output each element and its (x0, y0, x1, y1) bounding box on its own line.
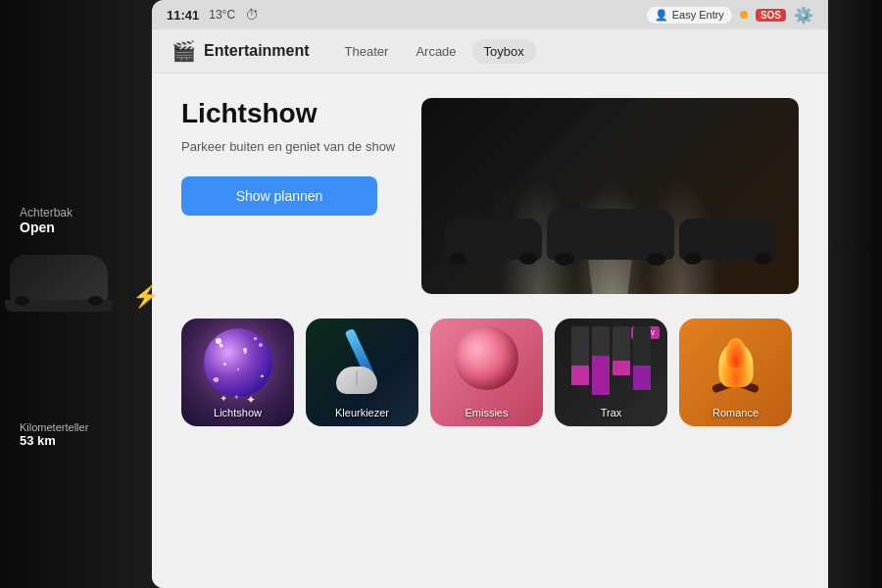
app-lichtshow[interactable]: ✦ ✦ ✦ Lichtshow (181, 318, 294, 426)
sparkles: ✦ ✦ ✦ (181, 393, 294, 407)
odometer-info: Kilometerteller 53 km (20, 421, 88, 448)
app-emissies[interactable]: Emissies (430, 318, 543, 426)
tab-theater[interactable]: Theater (333, 39, 401, 64)
app-trax[interactable]: NEW Trax (555, 318, 667, 426)
right-panel (828, 0, 882, 588)
nav-title: Entertainment (204, 42, 310, 60)
lightning-icon: ⚡ (132, 284, 159, 310)
trax-bar-3 (612, 326, 630, 375)
trax-bar-1 (571, 326, 589, 385)
app-kleurkiezer-label: Kleurkiezer (306, 407, 418, 418)
settings-icon: ⚙️ (794, 6, 813, 24)
trax-visual (555, 318, 667, 397)
status-dot-orange (740, 11, 748, 19)
odometer-label: Kilometerteller (20, 421, 88, 433)
odometer-value: 53 km (20, 433, 88, 448)
emissies-visual (430, 318, 543, 397)
sos-badge: SOS (756, 9, 786, 22)
trunk-info: Achterbak Open (20, 206, 73, 235)
status-bar: 11:41 13°C ⏱ 👤 Easy Entry SOS ⚙️ (152, 0, 828, 29)
easy-entry-badge: 👤 Easy Entry (647, 7, 732, 24)
status-time: 11:41 (167, 8, 199, 23)
main-panel: 11:41 13°C ⏱ 👤 Easy Entry SOS ⚙️ 🎬 Enter… (152, 0, 828, 588)
status-temperature: 13°C (209, 8, 235, 22)
trunk-label: Achterbak (20, 206, 73, 220)
disco-ball (204, 328, 272, 397)
trunk-status: Open (20, 220, 73, 235)
hero-subtitle: Parkeer buiten en geniet van de show (181, 137, 397, 157)
show-plannen-button[interactable]: Show plannen (181, 176, 377, 216)
flame-top (726, 338, 746, 368)
trax-bar-4 (633, 326, 651, 390)
entertainment-icon: 🎬 (172, 39, 196, 63)
app-romance[interactable]: Romance (679, 318, 792, 426)
disco-dots (204, 328, 272, 397)
bubble-shape (455, 326, 518, 390)
hero-title: Lichtshow (181, 98, 397, 129)
hero-text: Lichtshow Parkeer buiten en geniet van d… (181, 98, 397, 216)
apps-section: ✦ ✦ ✦ Lichtshow (181, 318, 799, 426)
app-emissies-label: Emissies (430, 407, 543, 418)
app-kleurkiezer[interactable]: Kleurkiezer (306, 318, 418, 426)
kleurkiezer-visual (306, 318, 418, 392)
tab-toybox[interactable]: Toybox (472, 39, 536, 64)
app-lichtshow-label: Lichtshow (181, 407, 294, 418)
left-panel: Achterbak Open ⚡ Kilometerteller 53 km (0, 0, 152, 588)
trax-bar-2 (592, 326, 610, 395)
app-romance-label: Romance (679, 407, 792, 418)
hero-image (421, 98, 799, 294)
hero-section: Lichtshow Parkeer buiten en geniet van d… (181, 98, 799, 294)
app-trax-label: Trax (555, 407, 667, 418)
tab-arcade[interactable]: Arcade (404, 39, 467, 64)
apps-grid: ✦ ✦ ✦ Lichtshow (181, 318, 799, 426)
romance-visual (679, 318, 792, 397)
clock-icon: ⏱ (245, 7, 259, 23)
easy-entry-label: Easy Entry (672, 9, 724, 21)
content-area: Lichtshow Parkeer buiten en geniet van d… (152, 74, 828, 588)
status-right-group: 👤 Easy Entry SOS ⚙️ (647, 6, 813, 24)
flame-icon (713, 328, 758, 387)
nav-bar: 🎬 Entertainment Theater Arcade Toybox (152, 29, 828, 74)
person-icon: 👤 (655, 9, 668, 22)
